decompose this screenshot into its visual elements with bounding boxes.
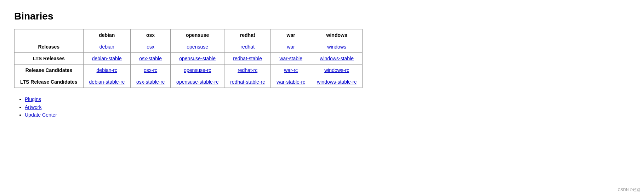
nav-link-update-center[interactable]: Update Center: [25, 112, 57, 118]
download-link-debian-stable-rc[interactable]: debian-stable-rc: [89, 79, 125, 85]
download-link-windows-rc[interactable]: windows-rc: [324, 67, 349, 73]
row-label-3: LTS Release Candidates: [15, 76, 84, 88]
table-cell: osx-stable: [130, 53, 170, 65]
page-title: Binaries: [14, 11, 630, 22]
download-link-redhat-stable-rc[interactable]: redhat-stable-rc: [230, 79, 265, 85]
download-link-osx[interactable]: osx: [147, 44, 154, 50]
table-cell: debian-stable-rc: [83, 76, 130, 88]
nav-link-plugins[interactable]: Plugins: [25, 96, 41, 102]
binaries-table: debianosxopensuseredhatwarwindows Releas…: [14, 29, 363, 88]
table-row: LTS Release Candidatesdebian-stable-rcos…: [15, 76, 363, 88]
download-link-opensuse-rc[interactable]: opensuse-rc: [184, 67, 211, 73]
table-header-redhat: redhat: [224, 29, 271, 41]
table-cell: opensuse-stable-rc: [171, 76, 224, 88]
table-row: Releasesdebianosxopensuseredhatwarwindow…: [15, 41, 363, 53]
table-cell: osx-rc: [130, 65, 170, 76]
table-cell: opensuse-stable: [171, 53, 224, 65]
download-link-opensuse[interactable]: opensuse: [187, 44, 208, 50]
download-link-opensuse-stable[interactable]: opensuse-stable: [179, 56, 216, 61]
download-link-war-stable-rc[interactable]: war-stable-rc: [277, 79, 305, 85]
table-cell: windows-rc: [311, 65, 363, 76]
row-label-1: LTS Releases: [15, 53, 84, 65]
download-link-war-stable[interactable]: war-stable: [279, 56, 302, 61]
download-link-windows-stable[interactable]: windows-stable: [320, 56, 354, 61]
table-cell: windows-stable: [311, 53, 363, 65]
table-row: LTS Releasesdebian-stableosx-stableopens…: [15, 53, 363, 65]
table-header-opensuse: opensuse: [171, 29, 224, 41]
download-link-osx-rc[interactable]: osx-rc: [144, 67, 157, 73]
table-cell: windows: [311, 41, 363, 53]
download-link-redhat[interactable]: redhat: [240, 44, 255, 50]
table-cell: debian-rc: [83, 65, 130, 76]
download-link-debian[interactable]: debian: [99, 44, 114, 50]
download-link-redhat-stable[interactable]: redhat-stable: [233, 56, 262, 61]
row-label-0: Releases: [15, 41, 84, 53]
list-item: Artwork: [25, 104, 630, 110]
list-item: Update Center: [25, 112, 630, 118]
table-header-empty: [15, 29, 84, 41]
table-cell: opensuse: [171, 41, 224, 53]
table-cell: war-stable: [271, 53, 311, 65]
download-link-osx-stable-rc[interactable]: osx-stable-rc: [136, 79, 165, 85]
nav-link-artwork[interactable]: Artwork: [25, 104, 41, 110]
table-cell: war: [271, 41, 311, 53]
download-link-debian-stable[interactable]: debian-stable: [92, 56, 122, 61]
table-row: Release Candidatesdebian-rcosx-rcopensus…: [15, 65, 363, 76]
table-cell: redhat-stable-rc: [224, 76, 271, 88]
row-label-2: Release Candidates: [15, 65, 84, 76]
table-header-osx: osx: [130, 29, 170, 41]
table-header-windows: windows: [311, 29, 363, 41]
table-cell: redhat-stable: [224, 53, 271, 65]
table-cell: war-stable-rc: [271, 76, 311, 88]
table-header-debian: debian: [83, 29, 130, 41]
download-link-war-rc[interactable]: war-rc: [284, 67, 298, 73]
table-cell: redhat-rc: [224, 65, 271, 76]
table-cell: osx: [130, 41, 170, 53]
table-cell: osx-stable-rc: [130, 76, 170, 88]
download-link-windows-stable-rc[interactable]: windows-stable-rc: [317, 79, 357, 85]
table-cell: redhat: [224, 41, 271, 53]
table-cell: opensuse-rc: [171, 65, 224, 76]
table-header-row: debianosxopensuseredhatwarwindows: [15, 29, 363, 41]
download-link-opensuse-stable-rc[interactable]: opensuse-stable-rc: [176, 79, 218, 85]
table-cell: debian: [83, 41, 130, 53]
list-item: Plugins: [25, 96, 630, 102]
table-cell: war-rc: [271, 65, 311, 76]
download-link-redhat-rc[interactable]: redhat-rc: [238, 67, 257, 73]
links-list: PluginsArtworkUpdate Center: [25, 96, 630, 118]
download-link-war[interactable]: war: [287, 44, 295, 50]
table-header-war: war: [271, 29, 311, 41]
table-cell: debian-stable: [83, 53, 130, 65]
download-link-debian-rc[interactable]: debian-rc: [97, 67, 117, 73]
table-cell: windows-stable-rc: [311, 76, 363, 88]
download-link-windows[interactable]: windows: [327, 44, 346, 50]
download-link-osx-stable[interactable]: osx-stable: [139, 56, 162, 61]
